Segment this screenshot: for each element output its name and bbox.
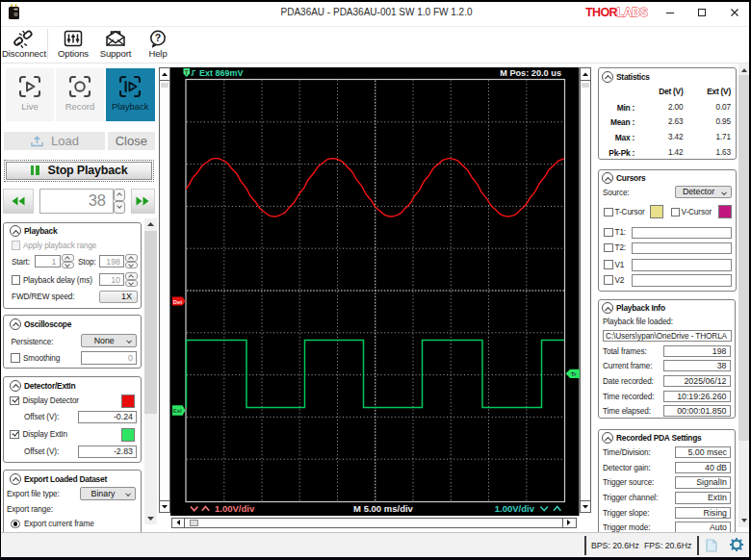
- svg-text:M 5.00 ms/div: M 5.00 ms/div: [353, 503, 413, 514]
- svg-text:T: T: [185, 68, 189, 75]
- svg-text:ExI: ExI: [173, 408, 182, 414]
- svg-text:Det: Det: [173, 298, 182, 304]
- svg-text:LABS: LABS: [617, 6, 648, 19]
- svg-text:1.00V/div: 1.00V/div: [215, 503, 255, 514]
- svg-text:?: ?: [155, 32, 161, 43]
- svg-text:Tr: Tr: [571, 371, 577, 377]
- svg-text:Ext 869mV: Ext 869mV: [199, 68, 244, 78]
- svg-text:M Pos: 20.0 us: M Pos: 20.0 us: [500, 68, 561, 78]
- svg-text:THOR: THOR: [585, 6, 618, 19]
- svg-text:1.00V/div: 1.00V/div: [495, 503, 535, 514]
